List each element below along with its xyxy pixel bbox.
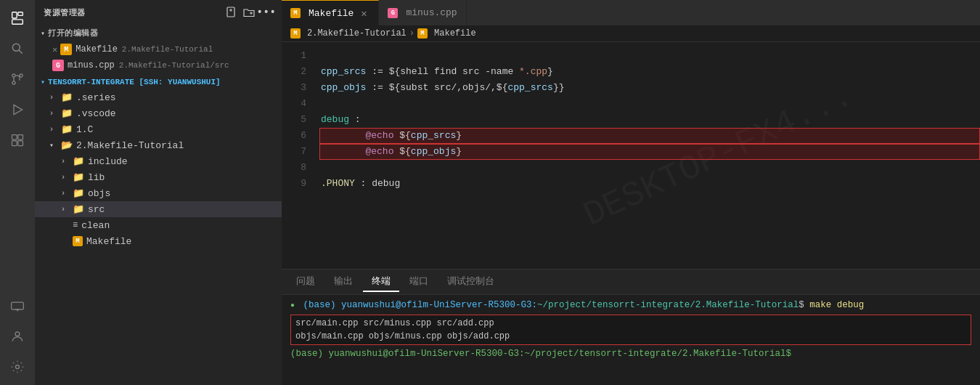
breadcrumb: M 2.Makefile-Tutorial › M Makefile bbox=[282, 25, 980, 42]
minus-cpp-name: minus.cpp bbox=[68, 60, 115, 70]
breadcrumb-makefile-icon: M bbox=[290, 28, 301, 38]
svg-rect-2 bbox=[18, 12, 23, 16]
src-chevron: › bbox=[61, 206, 70, 214]
code-content[interactable]: cpp_srcs := ${shell find src -name *.cpp… bbox=[312, 42, 980, 269]
terminal-path: ~/project/tensorrt-integrate/2.Makefile-… bbox=[537, 300, 799, 310]
line-numbers: 1 2 3 4 5 6 7 8 9 bbox=[282, 42, 312, 269]
extensions-icon[interactable] bbox=[5, 128, 30, 153]
code-line-3: cpp_objs := ${subst src/,objs/,${cpp_src… bbox=[321, 80, 980, 96]
objs-label: objs bbox=[88, 188, 110, 199]
tab-cpp-icon: G bbox=[388, 8, 398, 18]
tree-makefile-icon: M bbox=[73, 236, 83, 246]
lib-label: lib bbox=[88, 172, 105, 183]
activity-bar-bottom bbox=[5, 293, 30, 385]
code-line-4 bbox=[321, 96, 980, 112]
open-editor-makefile[interactable]: ✕ M Makefile 2.Makefile-Tutorial bbox=[35, 41, 282, 57]
terminal-output-box: src/main.cpp src/minus.cpp src/add.cpp o… bbox=[290, 315, 971, 345]
open-editors-label: 打开的编辑器 bbox=[48, 28, 98, 38]
clean-label: clean bbox=[81, 220, 110, 231]
makefile-tutorial-folder-icon: 📂 bbox=[61, 139, 73, 151]
more-options-icon[interactable]: ••• bbox=[260, 6, 273, 19]
tab-terminal[interactable]: 终端 bbox=[363, 272, 399, 292]
src-label: src bbox=[88, 204, 105, 215]
activity-bar bbox=[0, 0, 35, 385]
tree-item-1c[interactable]: › 📁 1.C bbox=[35, 121, 282, 137]
code-line-6: @echo ${cpp_srcs} bbox=[319, 128, 980, 144]
source-control-icon[interactable] bbox=[5, 67, 30, 92]
objs-folder-icon: 📁 bbox=[73, 187, 84, 199]
src-folder-icon: 📁 bbox=[73, 203, 84, 215]
tree-item-vscode[interactable]: › 📁 .vscode bbox=[35, 105, 282, 121]
sidebar-header: 资源管理器 ••• bbox=[35, 0, 282, 25]
terminal-base-line: (base) yuanwushui@ofilm-UniServer-R5300-… bbox=[290, 346, 971, 361]
terminal-base-prompt: (base) yuanwushui@ofilm-UniServer-R5300-… bbox=[290, 349, 791, 359]
remote-label: TENSORRT-INTEGRATE [SSH: YUANWUSHUI] bbox=[48, 78, 221, 86]
series-label: .series bbox=[76, 92, 116, 103]
1c-folder-icon: 📁 bbox=[61, 123, 73, 135]
tab-makefile-close[interactable]: ✕ bbox=[358, 7, 369, 19]
settings-icon[interactable] bbox=[5, 354, 30, 379]
terminal-tabs: 问题 输出 终端 端口 调试控制台 bbox=[282, 270, 980, 295]
series-chevron: › bbox=[49, 94, 58, 102]
svg-point-6 bbox=[20, 74, 23, 77]
code-line-8 bbox=[321, 160, 980, 176]
include-folder-icon: 📁 bbox=[73, 155, 84, 167]
code-line-7: @echo ${cpp_objs} bbox=[319, 144, 980, 160]
remote-icon[interactable] bbox=[5, 293, 30, 318]
terminal-prompt-line: ● (base) yuanwushui@ofilm-UniServer-R530… bbox=[290, 298, 971, 313]
code-editor: DESKTOP-FX4... 1 2 3 4 5 6 7 8 9 cpp_src… bbox=[282, 42, 980, 269]
tab-output[interactable]: 输出 bbox=[325, 272, 362, 292]
tree-item-clean[interactable]: › ≡ clean bbox=[35, 217, 282, 233]
new-file-icon[interactable] bbox=[225, 6, 238, 19]
svg-rect-0 bbox=[12, 12, 17, 18]
remote-section[interactable]: ▾ TENSORRT-INTEGRATE [SSH: YUANWUSHUI] bbox=[35, 75, 282, 89]
open-editors-chevron: ▾ bbox=[41, 29, 45, 38]
breadcrumb-file[interactable]: Makefile bbox=[434, 28, 476, 38]
search-icon[interactable] bbox=[5, 36, 30, 61]
sidebar: 资源管理器 ••• ▾ 打开的编辑器 ✕ bbox=[35, 0, 282, 385]
makefile-file-label: Makefile bbox=[86, 236, 131, 247]
new-folder-icon[interactable] bbox=[242, 6, 256, 19]
svg-line-4 bbox=[19, 50, 23, 54]
tree-item-makefile-file[interactable]: › M Makefile bbox=[35, 233, 282, 249]
svg-rect-18 bbox=[227, 7, 234, 17]
tree-item-objs[interactable]: › 📁 objs bbox=[35, 185, 282, 201]
terminal-panel: 问题 输出 终端 端口 调试控制台 ● (base) yuanwushui@of… bbox=[282, 269, 980, 385]
svg-point-7 bbox=[12, 81, 15, 84]
tab-minus-cpp-label: minus.cpp bbox=[406, 7, 457, 18]
code-line-5: debug : bbox=[321, 112, 980, 128]
svg-rect-12 bbox=[18, 141, 23, 146]
tree-item-makefile-tutorial[interactable]: ▾ 📂 2.Makefile-Tutorial bbox=[35, 137, 282, 153]
explorer-icon[interactable] bbox=[5, 6, 30, 31]
run-icon[interactable] bbox=[5, 97, 30, 122]
tree-item-src[interactable]: › 📁 src bbox=[35, 201, 282, 217]
svg-rect-1 bbox=[12, 20, 23, 24]
account-icon[interactable] bbox=[5, 324, 30, 349]
tab-makefile-label: Makefile bbox=[309, 8, 354, 19]
tab-ports[interactable]: 端口 bbox=[401, 272, 437, 292]
tab-debug-console[interactable]: 调试控制台 bbox=[438, 272, 503, 292]
sidebar-title: 资源管理器 bbox=[44, 7, 86, 18]
close-makefile-icon[interactable]: ✕ bbox=[52, 44, 57, 55]
tree-item-lib[interactable]: › 📁 lib bbox=[35, 169, 282, 185]
terminal-dot: ● bbox=[290, 301, 295, 309]
tree-item-series[interactable]: › 📁 .series bbox=[35, 89, 282, 105]
makefile-icon: M bbox=[60, 44, 72, 55]
terminal-content[interactable]: ● (base) yuanwushui@ofilm-UniServer-R530… bbox=[282, 295, 980, 385]
tabs-bar: M Makefile ✕ G minus.cpp bbox=[282, 0, 980, 25]
cpp-icon: G bbox=[52, 60, 64, 71]
svg-point-16 bbox=[15, 332, 20, 336]
vscode-label: .vscode bbox=[76, 108, 116, 119]
svg-point-17 bbox=[16, 365, 20, 369]
tab-minus-cpp[interactable]: G minus.cpp bbox=[379, 0, 466, 25]
main-content: M Makefile ✕ G minus.cpp M 2.Makefile-Tu… bbox=[282, 0, 980, 385]
open-editors-section[interactable]: ▾ 打开的编辑器 bbox=[35, 25, 282, 41]
tab-makefile[interactable]: M Makefile ✕ bbox=[282, 0, 379, 25]
vscode-chevron: › bbox=[49, 110, 58, 118]
tree-item-include[interactable]: › 📁 include bbox=[35, 153, 282, 169]
open-editor-minus-cpp[interactable]: G minus.cpp 2.Makefile-Tutorial/src bbox=[35, 57, 282, 73]
breadcrumb-folder[interactable]: 2.Makefile-Tutorial bbox=[307, 28, 407, 38]
terminal-output-line-1: src/main.cpp src/minus.cpp src/add.cpp bbox=[295, 317, 966, 330]
code-line-1 bbox=[321, 48, 980, 64]
tab-problems[interactable]: 问题 bbox=[287, 272, 324, 292]
